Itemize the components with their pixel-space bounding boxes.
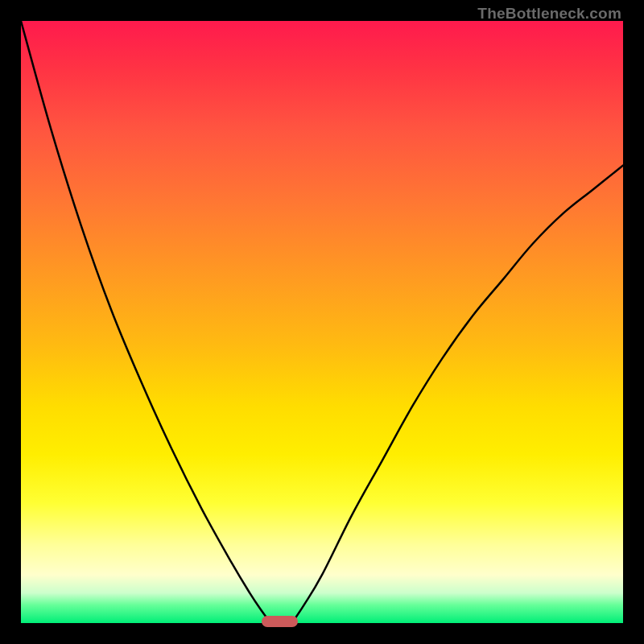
curve-right-branch [292, 166, 623, 623]
watermark-text: TheBottleneck.com [477, 5, 621, 23]
curve-left-branch [21, 21, 270, 623]
curve-lines [21, 21, 623, 623]
bottleneck-marker [262, 616, 298, 627]
chart-frame: TheBottleneck.com [0, 0, 644, 644]
